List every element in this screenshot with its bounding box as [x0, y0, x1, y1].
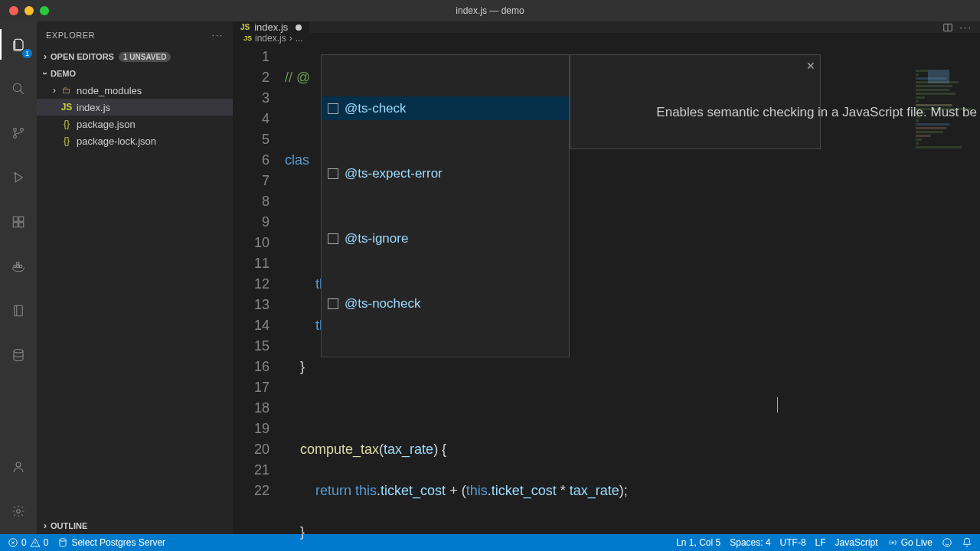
svg-point-15	[16, 462, 21, 467]
svg-point-14	[14, 350, 23, 354]
svg-point-1	[14, 129, 17, 132]
breadcrumb-separator: ›	[289, 33, 292, 44]
outline-section[interactable]: › OUTLINE	[37, 519, 233, 533]
svg-rect-9	[14, 266, 16, 268]
window-controls	[0, 6, 49, 15]
js-file-icon: JS	[243, 34, 252, 42]
svg-rect-7	[13, 223, 18, 227]
tree-folder-node-modules[interactable]: › 🗀 node_modules	[37, 82, 233, 99]
database-icon	[57, 537, 68, 548]
chevron-right-icon: ›	[49, 85, 60, 96]
svg-rect-12	[17, 262, 19, 265]
more-icon[interactable]: ···	[212, 31, 224, 40]
project-label: DEMO	[51, 69, 76, 78]
svg-rect-11	[20, 266, 22, 268]
svg-rect-10	[17, 266, 19, 268]
minimap[interactable]	[911, 65, 980, 534]
minimize-window-button[interactable]	[24, 6, 34, 15]
close-icon[interactable]: ✕	[806, 58, 815, 75]
snippet-icon	[328, 298, 338, 309]
branch-icon	[11, 126, 25, 140]
code-editor[interactable]: 123 456 789 101112 131415 161718 192021 …	[233, 44, 980, 551]
project-section[interactable]: › DEMO	[37, 67, 233, 80]
snippet-icon	[328, 233, 338, 244]
activity-bar: 1	[0, 21, 37, 534]
intellisense-doc: ✕ Enables semantic checking in a JavaScr…	[570, 54, 821, 149]
postgres-status[interactable]: Select Postgres Server	[57, 537, 165, 548]
breadcrumb-more: ...	[296, 33, 303, 44]
extensions-icon	[11, 215, 25, 229]
suggest-item[interactable]: @ts-check	[322, 96, 569, 120]
explorer-badge: 1	[22, 49, 32, 58]
tree-file-packagelock[interactable]: {} package-lock.json	[37, 132, 233, 149]
chevron-right-icon: ›	[40, 51, 51, 62]
tree-item-label: index.js	[77, 102, 110, 113]
accounts-activity[interactable]	[0, 452, 37, 482]
debug-activity[interactable]	[0, 162, 37, 193]
snippet-icon	[328, 103, 338, 114]
docker-icon	[11, 259, 25, 273]
svg-point-19	[60, 539, 66, 542]
more-icon[interactable]: ···	[959, 21, 972, 33]
svg-rect-8	[19, 223, 24, 227]
suggest-item[interactable]: @ts-nocheck	[322, 292, 569, 315]
window-title: index.js — demo	[456, 5, 524, 16]
tree-item-label: package.json	[77, 119, 136, 130]
svg-point-4	[15, 173, 16, 174]
editor-tabs: JS index.js ···	[233, 21, 980, 33]
suggest-item[interactable]: @ts-ignore	[322, 227, 569, 250]
suggest-item[interactable]: @ts-expect-error	[322, 161, 569, 185]
svg-point-3	[14, 135, 17, 139]
folder-icon: 🗀	[60, 85, 74, 96]
chevron-right-icon: ›	[40, 520, 51, 531]
close-window-button[interactable]	[9, 6, 18, 15]
database-icon	[11, 348, 25, 362]
file-tree: › 🗀 node_modules JS index.js {} package.…	[37, 80, 233, 151]
notes-activity[interactable]	[0, 295, 37, 326]
svg-rect-13	[15, 305, 23, 316]
search-icon	[11, 82, 25, 96]
snippet-icon	[328, 168, 338, 179]
gear-icon	[11, 504, 25, 518]
account-icon	[11, 460, 25, 474]
sidebar-title: EXPLORER	[46, 31, 95, 40]
svg-rect-6	[19, 217, 24, 221]
intellisense-suggest[interactable]: @ts-check @ts-expect-error @ts-ignore @t…	[321, 54, 570, 357]
js-file-icon: JS	[60, 102, 74, 112]
tree-file-indexjs[interactable]: JS index.js	[37, 99, 233, 116]
json-file-icon: {}	[60, 135, 74, 146]
chevron-down-icon: ›	[40, 68, 51, 79]
sidebar-header: EXPLORER ···	[37, 21, 233, 48]
unsaved-badge: 1 UNSAVED	[119, 52, 172, 62]
json-file-icon: {}	[60, 119, 74, 129]
svg-point-2	[21, 129, 24, 132]
docker-activity[interactable]	[0, 251, 37, 282]
svg-point-16	[17, 510, 21, 514]
extensions-activity[interactable]	[0, 207, 37, 237]
line-gutter: 123 456 789 101112 131415 161718 192021 …	[233, 44, 285, 551]
breadcrumb[interactable]: JS index.js › ...	[233, 33, 980, 44]
tree-file-packagejson[interactable]: {} package.json	[37, 116, 233, 132]
problems-status[interactable]: 0 0	[8, 537, 48, 548]
open-editors-section[interactable]: › OPEN EDITORS 1 UNSAVED	[37, 50, 233, 64]
explorer-sidebar: EXPLORER ··· › OPEN EDITORS 1 UNSAVED › …	[37, 21, 233, 534]
outline-label: OUTLINE	[51, 521, 87, 530]
svg-rect-5	[13, 217, 18, 221]
breadcrumb-file: index.js	[255, 33, 286, 44]
source-control-activity[interactable]	[0, 118, 37, 148]
svg-point-0	[13, 83, 21, 92]
split-editor-icon[interactable]	[942, 22, 953, 33]
search-activity[interactable]	[0, 73, 37, 104]
tab-indexjs[interactable]: JS index.js	[233, 21, 310, 33]
maximize-window-button[interactable]	[40, 6, 49, 15]
doc-text: Enables semantic checking in a JavaScrip…	[656, 105, 980, 119]
settings-activity[interactable]	[0, 496, 37, 527]
explorer-activity[interactable]: 1	[0, 29, 37, 60]
database-activity[interactable]	[0, 340, 37, 370]
tab-label: index.js	[254, 21, 288, 33]
notebook-icon	[11, 304, 25, 318]
error-icon	[8, 537, 18, 548]
warning-icon	[30, 537, 41, 548]
titlebar: index.js — demo	[0, 0, 980, 21]
code-content[interactable]: // @ clas this.date = date; this.ticket_…	[285, 44, 980, 551]
